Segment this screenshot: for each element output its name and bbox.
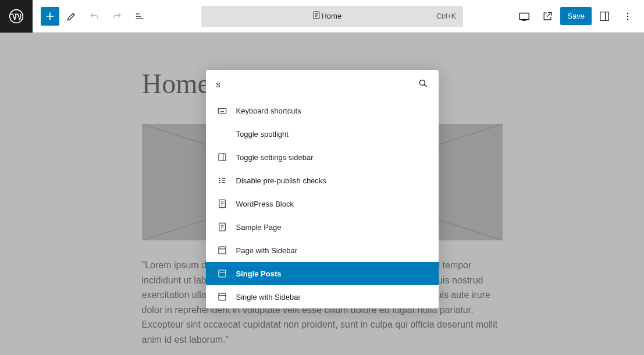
svg-point-6 xyxy=(627,18,629,20)
command-item-single-posts[interactable]: Single Posts xyxy=(206,262,439,285)
command-item-sample-page[interactable]: Sample Page xyxy=(206,215,439,239)
svg-point-5 xyxy=(627,15,629,17)
page-icon xyxy=(216,222,228,232)
document-title-bar[interactable]: Home Ctrl+K xyxy=(201,6,463,27)
command-item-single-with-sidebar[interactable]: Single with Sidebar xyxy=(206,285,439,308)
svg-point-14 xyxy=(219,182,220,183)
page-icon xyxy=(312,10,321,22)
layout-icon xyxy=(216,292,228,302)
document-overview-button[interactable] xyxy=(129,6,150,27)
command-item-label: Keyboard shortcuts xyxy=(236,106,301,115)
command-search-input[interactable] xyxy=(216,80,418,89)
command-item-wordpress-block[interactable]: WordPress Block xyxy=(206,192,439,215)
editor-topbar: Home Ctrl+K Save xyxy=(0,0,644,33)
command-item-label: Toggle settings sidebar xyxy=(236,153,314,162)
sidebar-icon xyxy=(216,152,228,162)
command-palette: Keyboard shortcuts Toggle spotlight Togg… xyxy=(206,70,439,308)
svg-rect-11 xyxy=(219,154,226,161)
toolbar-right: Save xyxy=(514,6,644,27)
settings-sidebar-toggle[interactable] xyxy=(594,6,615,27)
toolbar-center: Home Ctrl+K xyxy=(150,6,514,27)
svg-rect-10 xyxy=(218,108,226,113)
command-list[interactable]: Keyboard shortcuts Toggle spotlight Togg… xyxy=(206,99,439,308)
command-item-toggle-settings[interactable]: Toggle settings sidebar xyxy=(206,145,439,169)
svg-point-13 xyxy=(219,180,220,181)
layout-icon xyxy=(216,245,228,255)
layout-icon xyxy=(216,268,228,279)
undo-button[interactable] xyxy=(84,6,105,27)
redo-button[interactable] xyxy=(106,6,127,27)
wordpress-logo[interactable] xyxy=(0,0,33,33)
keyboard-icon xyxy=(216,105,228,116)
command-item-label: WordPress Block xyxy=(236,200,294,208)
svg-rect-3 xyxy=(600,12,609,20)
command-item-disable-prepublish[interactable]: Disable pre-publish checks xyxy=(206,169,439,192)
svg-point-12 xyxy=(219,178,220,179)
checklist-icon xyxy=(216,175,228,186)
command-item-label: Sample Page xyxy=(236,223,282,232)
command-item-label: Single with Sidebar xyxy=(236,293,301,301)
toolbar-left xyxy=(33,6,150,27)
command-item-label: Toggle spotlight xyxy=(236,130,289,139)
add-block-button[interactable] xyxy=(41,7,59,26)
options-menu-button[interactable] xyxy=(617,6,638,27)
svg-rect-19 xyxy=(219,293,226,300)
svg-rect-18 xyxy=(219,270,226,277)
tools-button[interactable] xyxy=(61,6,82,27)
save-button[interactable]: Save xyxy=(560,7,592,25)
shortcut-hint: Ctrl+K xyxy=(436,12,456,20)
external-link-button[interactable] xyxy=(537,6,558,27)
svg-point-4 xyxy=(627,12,629,14)
command-search-row xyxy=(206,70,439,99)
command-item-page-with-sidebar[interactable]: Page with Sidebar xyxy=(206,239,439,262)
command-item-keyboard-shortcuts[interactable]: Keyboard shortcuts xyxy=(206,99,439,122)
search-icon xyxy=(418,78,428,91)
command-item-label: Disable pre-publish checks xyxy=(236,176,326,185)
command-item-label: Page with Sidebar xyxy=(236,246,298,255)
command-item-label: Single Posts xyxy=(236,269,282,278)
svg-rect-17 xyxy=(219,247,226,254)
view-button[interactable] xyxy=(514,6,535,27)
page-icon xyxy=(216,198,228,209)
command-item-toggle-spotlight[interactable]: Toggle spotlight xyxy=(206,122,439,145)
svg-rect-2 xyxy=(520,13,529,19)
